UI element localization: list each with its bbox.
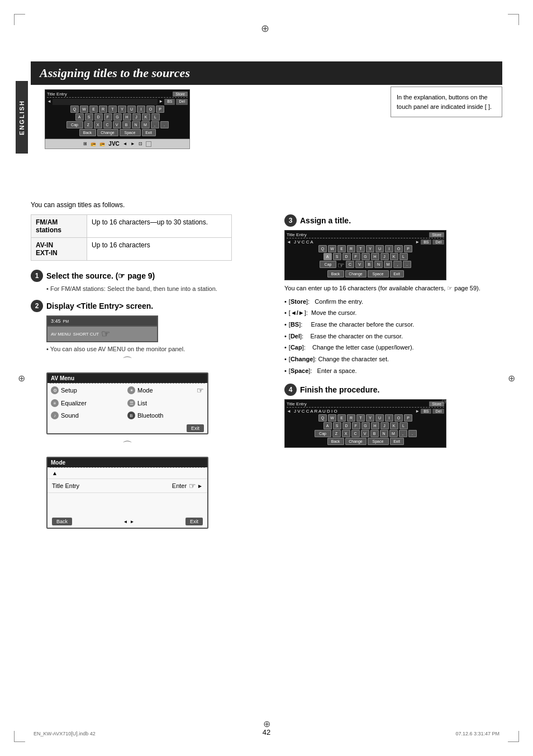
s4-u[interactable]: U <box>375 414 384 422</box>
s4-k[interactable]: K <box>390 422 398 429</box>
av-menu-exit-button[interactable]: Exit <box>187 424 204 432</box>
key-c[interactable]: C <box>103 121 112 128</box>
s4-a[interactable]: A <box>323 422 332 429</box>
key-m[interactable]: M <box>141 121 150 128</box>
s4-period[interactable]: . <box>408 430 417 437</box>
key-f[interactable]: F <box>104 113 112 121</box>
key-a[interactable]: A <box>75 113 84 121</box>
bs-step3[interactable]: BS <box>421 240 431 245</box>
s4-v[interactable]: V <box>361 430 369 437</box>
store-button-step3[interactable]: Store <box>429 232 444 237</box>
key-z[interactable]: Z <box>84 121 93 128</box>
right-arrow-step3[interactable]: ► <box>415 240 420 245</box>
s3-l[interactable]: L <box>399 253 408 260</box>
key-h[interactable]: H <box>123 113 131 121</box>
s3-back[interactable]: Back <box>327 270 344 277</box>
s4-x[interactable]: X <box>342 430 350 437</box>
s3-c[interactable]: C <box>346 261 354 268</box>
key-cap[interactable]: Cap <box>66 121 83 128</box>
right-arrow-step4[interactable]: ► <box>415 409 420 414</box>
s4-q[interactable]: Q <box>318 414 327 422</box>
s4-c[interactable]: C <box>351 430 360 437</box>
s4-b[interactable]: B <box>370 430 379 437</box>
key-k[interactable]: K <box>142 113 150 121</box>
s4-j[interactable]: J <box>380 422 389 429</box>
s3-cap[interactable]: Cap <box>320 261 336 268</box>
s4-o[interactable]: O <box>394 414 403 422</box>
s3-f[interactable]: F <box>352 253 360 260</box>
s4-f[interactable]: F <box>352 422 360 429</box>
s3-v[interactable]: V <box>355 261 364 268</box>
s4-p[interactable]: P <box>404 414 412 422</box>
s3-u[interactable]: U <box>375 245 384 252</box>
s3-b[interactable]: B <box>365 261 373 268</box>
s3-y[interactable]: Y <box>366 245 374 252</box>
key-comma[interactable]: , <box>151 121 159 128</box>
s3-change[interactable]: Change <box>345 270 367 277</box>
key-i[interactable]: I <box>137 106 145 113</box>
s4-s[interactable]: S <box>333 422 341 429</box>
key-y[interactable]: Y <box>118 106 126 113</box>
left-arrow-step4[interactable]: ◄ <box>287 409 291 414</box>
s3-exit[interactable]: Exit <box>390 270 404 277</box>
s3-comma[interactable]: , <box>393 261 402 268</box>
s4-change[interactable]: Change <box>345 438 367 445</box>
s4-l[interactable]: L <box>399 422 408 429</box>
s3-period[interactable]: . <box>403 261 411 268</box>
s3-k[interactable]: K <box>390 253 398 260</box>
del-step3[interactable]: Del <box>432 240 444 245</box>
s4-back[interactable]: Back <box>327 438 344 445</box>
s3-h[interactable]: H <box>371 253 379 260</box>
key-d[interactable]: D <box>94 113 103 121</box>
key-t[interactable]: T <box>108 106 117 113</box>
left-arrow-step3[interactable]: ◄ <box>287 240 291 245</box>
key-p[interactable]: P <box>156 106 164 113</box>
s3-a[interactable]: A <box>323 253 332 260</box>
s3-w[interactable]: W <box>328 245 336 252</box>
key-space[interactable]: Space <box>120 129 141 136</box>
key-e[interactable]: E <box>89 106 98 113</box>
s3-m[interactable]: M <box>384 261 392 268</box>
store-button-top[interactable]: Store <box>173 92 188 97</box>
s4-t[interactable]: T <box>356 414 365 422</box>
key-r[interactable]: R <box>99 106 107 113</box>
mode-exit-button[interactable]: Exit <box>185 518 203 525</box>
s4-comma[interactable]: , <box>399 430 407 437</box>
s4-w[interactable]: W <box>328 414 336 422</box>
key-exit[interactable]: Exit <box>142 129 156 136</box>
s3-s[interactable]: S <box>333 253 341 260</box>
key-s[interactable]: S <box>85 113 93 121</box>
key-period[interactable]: . <box>160 121 169 128</box>
s4-d[interactable]: D <box>342 422 351 429</box>
s3-r[interactable]: R <box>347 245 355 252</box>
s4-n[interactable]: N <box>380 430 388 437</box>
s4-cap[interactable]: Cap <box>315 430 331 437</box>
store-button-step4[interactable]: Store ☞ <box>429 401 444 406</box>
key-l[interactable]: L <box>151 113 160 121</box>
key-q[interactable]: Q <box>70 106 79 113</box>
s3-n[interactable]: N <box>374 261 383 268</box>
s4-i[interactable]: I <box>385 414 393 422</box>
key-change[interactable]: Change <box>97 129 118 136</box>
s3-g[interactable]: G <box>361 253 370 260</box>
key-b[interactable]: B <box>122 121 131 128</box>
s4-g[interactable]: G <box>361 422 370 429</box>
s3-i[interactable]: I <box>385 245 393 252</box>
s3-o[interactable]: O <box>394 245 403 252</box>
del-step4[interactable]: Del <box>432 409 444 414</box>
key-x[interactable]: X <box>94 121 102 128</box>
s4-exit[interactable]: Exit <box>390 438 404 445</box>
s3-q[interactable]: Q <box>318 245 327 252</box>
key-j[interactable]: J <box>132 113 141 121</box>
mode-back-button[interactable]: Back <box>52 518 72 525</box>
key-g[interactable]: G <box>113 113 122 121</box>
s4-r[interactable]: R <box>347 414 355 422</box>
key-w[interactable]: W <box>80 106 88 113</box>
s3-p[interactable]: P <box>404 245 412 252</box>
s4-z[interactable]: Z <box>332 430 341 437</box>
s3-e[interactable]: E <box>337 245 346 252</box>
key-v[interactable]: V <box>113 121 121 128</box>
del-button-top[interactable]: Del <box>176 99 188 105</box>
key-u[interactable]: U <box>127 106 136 113</box>
s4-m[interactable]: M <box>389 430 398 437</box>
